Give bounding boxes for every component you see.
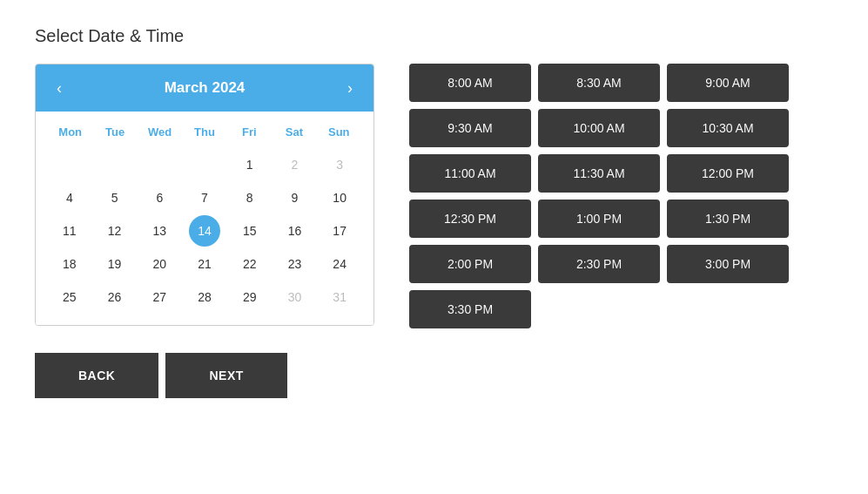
time-slot-button[interactable]: 9:00 AM — [667, 64, 789, 102]
calendar-cell — [99, 149, 131, 180]
calendar-days-header: MonTueWedThuFriSatSun — [48, 120, 361, 144]
day-header-sat: Sat — [272, 120, 316, 144]
prev-month-button[interactable]: ‹ — [50, 77, 69, 99]
time-slots-wrapper: 8:00 AM8:30 AM9:00 AM9:30 AM10:00 AM10:3… — [409, 64, 789, 328]
calendar-cell[interactable]: 12 — [99, 215, 131, 247]
calendar-cell[interactable]: 17 — [324, 215, 355, 247]
day-header-fri: Fri — [227, 120, 272, 144]
time-slot-button[interactable]: 12:00 PM — [667, 154, 789, 193]
calendar-grid: MonTueWedThuFriSatSun 123456789101112131… — [36, 112, 373, 325]
page-container: Select Date & Time ‹ March 2024 › MonTue… — [35, 26, 833, 398]
time-slot-button[interactable]: 10:30 AM — [667, 109, 789, 147]
main-content: ‹ March 2024 › MonTueWedThuFriSatSun 123… — [35, 64, 833, 328]
calendar-cell — [54, 149, 85, 180]
day-header-tue: Tue — [92, 120, 137, 144]
calendar-cell[interactable]: 30 — [279, 281, 310, 313]
back-button[interactable]: BACK — [35, 353, 158, 398]
calendar-cell[interactable]: 27 — [144, 281, 175, 313]
calendar-cell[interactable]: 20 — [144, 248, 175, 280]
calendar-cell[interactable]: 9 — [279, 182, 310, 213]
day-header-sun: Sun — [317, 120, 361, 144]
calendar-cell — [144, 149, 175, 180]
calendar-cells: 1234567891011121314151617181920212223242… — [48, 149, 361, 313]
calendar: ‹ March 2024 › MonTueWedThuFriSatSun 123… — [35, 64, 374, 326]
calendar-cell[interactable]: 21 — [189, 248, 220, 280]
calendar-cell[interactable]: 31 — [324, 281, 355, 313]
calendar-cell[interactable]: 10 — [324, 182, 355, 213]
day-header-mon: Mon — [48, 120, 92, 144]
time-slot-button[interactable]: 12:30 PM — [409, 200, 531, 238]
calendar-cell[interactable]: 1 — [234, 149, 266, 180]
calendar-cell[interactable]: 2 — [279, 149, 310, 180]
next-month-button[interactable]: › — [340, 77, 360, 99]
time-slot-button[interactable]: 2:00 PM — [409, 245, 531, 283]
time-slot-button[interactable]: 3:30 PM — [409, 290, 531, 328]
calendar-header: ‹ March 2024 › — [36, 64, 373, 112]
calendar-cell[interactable]: 4 — [54, 182, 85, 213]
calendar-cell[interactable]: 11 — [54, 215, 85, 247]
time-slots-grid: 8:00 AM8:30 AM9:00 AM9:30 AM10:00 AM10:3… — [409, 64, 789, 328]
footer-buttons: BACK NEXT — [35, 353, 833, 398]
time-slot-button[interactable]: 8:00 AM — [409, 64, 531, 102]
calendar-cell[interactable]: 13 — [144, 215, 175, 247]
calendar-cell[interactable]: 14 — [189, 215, 220, 247]
calendar-cell[interactable]: 7 — [189, 182, 220, 213]
calendar-cell[interactable]: 5 — [99, 182, 131, 213]
page-title: Select Date & Time — [35, 26, 833, 46]
time-slot-button[interactable]: 8:30 AM — [538, 64, 660, 102]
calendar-cell[interactable]: 6 — [144, 182, 175, 213]
calendar-cell[interactable]: 24 — [324, 248, 355, 280]
day-header-wed: Wed — [138, 120, 182, 144]
time-slot-button[interactable]: 11:30 AM — [538, 154, 660, 193]
calendar-cell[interactable]: 22 — [234, 248, 266, 280]
calendar-cell[interactable]: 18 — [54, 248, 85, 280]
day-header-thu: Thu — [182, 120, 226, 144]
next-button[interactable]: NEXT — [165, 353, 286, 398]
calendar-cell[interactable]: 28 — [189, 281, 220, 313]
calendar-cell[interactable]: 26 — [99, 281, 131, 313]
time-slot-button[interactable]: 3:00 PM — [667, 245, 789, 283]
time-slot-button[interactable]: 1:00 PM — [538, 200, 660, 238]
calendar-cell[interactable]: 3 — [324, 149, 355, 180]
time-slot-button[interactable]: 1:30 PM — [667, 200, 789, 238]
calendar-cell[interactable]: 15 — [234, 215, 266, 247]
calendar-cell[interactable]: 19 — [99, 248, 131, 280]
calendar-cell[interactable]: 23 — [279, 248, 310, 280]
time-slot-button[interactable]: 9:30 AM — [409, 109, 531, 147]
calendar-cell[interactable]: 29 — [234, 281, 266, 313]
time-slot-button[interactable]: 11:00 AM — [409, 154, 531, 193]
time-slot-button[interactable]: 10:00 AM — [538, 109, 660, 147]
calendar-cell[interactable]: 16 — [279, 215, 310, 247]
calendar-cell[interactable]: 8 — [234, 182, 266, 213]
calendar-cell[interactable]: 25 — [54, 281, 85, 313]
time-slot-button[interactable]: 2:30 PM — [538, 245, 660, 283]
calendar-month-label: March 2024 — [165, 79, 246, 97]
calendar-cell — [189, 149, 220, 180]
